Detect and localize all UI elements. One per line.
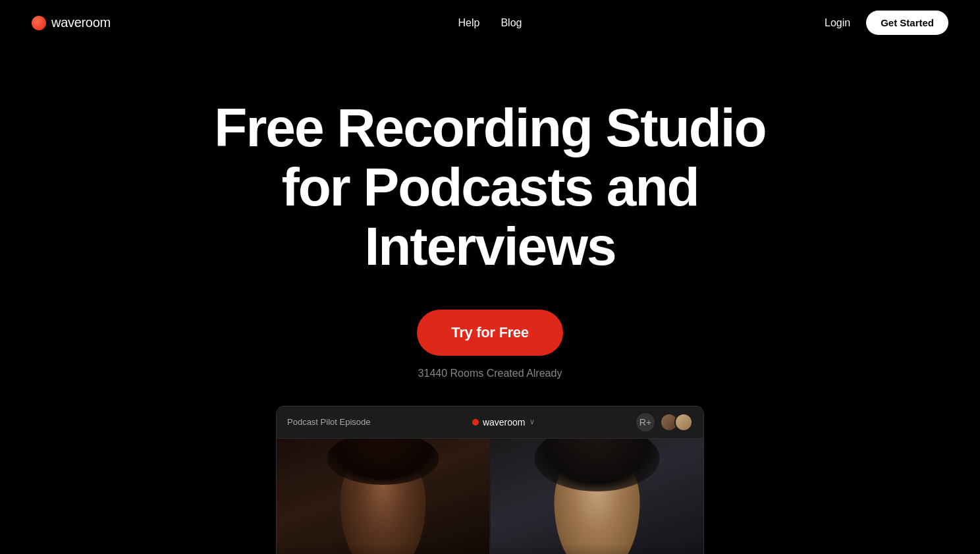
app-topbar: Podcast Pilot Episode waveroom ∨ R+ [277, 406, 703, 439]
person-left [277, 439, 489, 554]
add-participant-label: R+ [640, 417, 651, 428]
participant-avatars [660, 413, 693, 431]
nav-help[interactable]: Help [458, 17, 480, 29]
add-participant-button[interactable]: R+ [636, 413, 655, 431]
get-started-button[interactable]: Get Started [866, 11, 948, 35]
site-header: waveroom Help Blog Login Get Started [0, 0, 980, 45]
video-cell-left [277, 439, 489, 554]
app-brand-name: waveroom [483, 417, 526, 428]
person-right [491, 439, 703, 554]
video-grid [277, 439, 703, 554]
video-cell-right [489, 439, 703, 554]
login-link[interactable]: Login [825, 17, 850, 29]
app-logo-dot-icon [472, 419, 479, 426]
app-topbar-right: R+ [636, 413, 693, 431]
app-room-name: Podcast Pilot Episode [287, 417, 370, 427]
hero-cta-area: Try for Free 31440 Rooms Created Already [32, 310, 948, 379]
nav-blog[interactable]: Blog [501, 17, 522, 29]
hero-title-line1: Free Recording Studio [214, 97, 765, 157]
header-actions: Login Get Started [825, 11, 948, 35]
hero-title-line2: for Podcasts and Interviews [281, 157, 698, 276]
app-brand-center: waveroom ∨ [472, 417, 535, 428]
hero-title: Free Recording Studio for Podcasts and I… [194, 98, 786, 277]
try-for-free-button[interactable]: Try for Free [417, 310, 562, 356]
main-nav: Help Blog [458, 17, 522, 29]
logo[interactable]: waveroom [32, 15, 111, 30]
logo-dot-icon [32, 16, 46, 30]
avatar-2 [674, 413, 693, 431]
app-chevron-icon: ∨ [530, 418, 535, 426]
rooms-count-text: 31440 Rooms Created Already [418, 368, 562, 379]
app-preview-window: Podcast Pilot Episode waveroom ∨ R+ [276, 406, 704, 554]
logo-wordmark: waveroom [51, 15, 111, 30]
hero-section: Free Recording Studio for Podcasts and I… [0, 45, 980, 554]
